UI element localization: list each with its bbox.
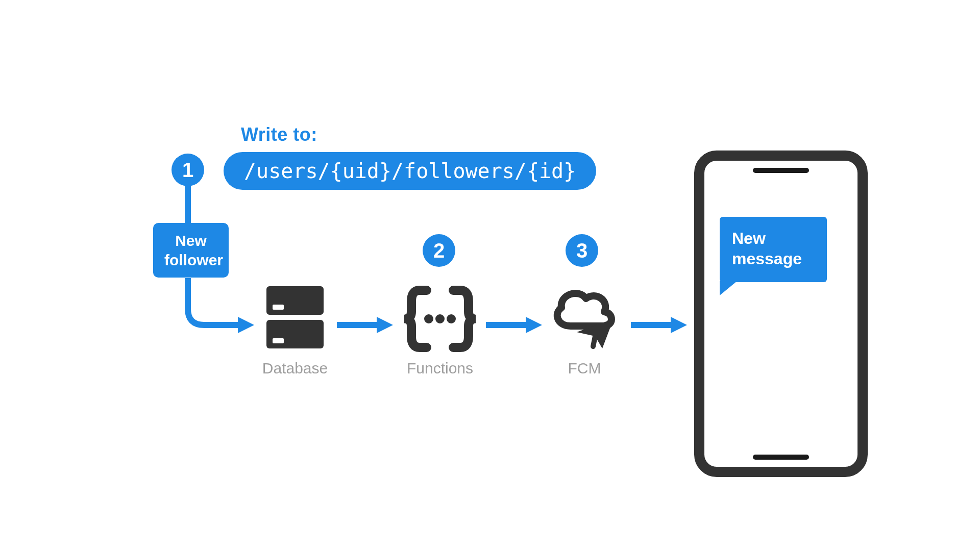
notification-bubble: New message — [720, 217, 827, 282]
new-follower-line2: follower — [164, 252, 223, 268]
fcm-icon — [547, 283, 624, 355]
new-follower-badge: New follower — [153, 223, 229, 278]
svg-rect-6 — [337, 322, 377, 328]
svg-rect-4 — [266, 320, 324, 348]
step-2-badge: 2 — [423, 234, 455, 267]
svg-rect-11 — [486, 322, 526, 328]
svg-point-9 — [435, 314, 445, 323]
svg-rect-2 — [266, 286, 324, 315]
svg-marker-12 — [526, 317, 542, 333]
svg-rect-5 — [273, 338, 284, 343]
svg-rect-3 — [273, 305, 284, 310]
step-3-badge: 3 — [566, 234, 598, 267]
connector-line — [185, 185, 191, 225]
svg-marker-7 — [377, 317, 393, 333]
notification-line1: New — [732, 229, 766, 247]
new-follower-line1: New — [175, 232, 207, 249]
database-icon — [264, 284, 326, 350]
svg-rect-13 — [631, 322, 671, 328]
phone-device-icon: New message — [694, 151, 868, 477]
write-to-label: Write to: — [241, 124, 317, 145]
functions-label: Functions — [399, 360, 481, 377]
database-path: /users/{uid}/followers/{id} — [224, 152, 596, 190]
fcm-label: FCM — [546, 360, 623, 377]
database-label: Database — [254, 360, 336, 377]
step-1-badge: 1 — [172, 154, 204, 186]
arrow-curve-icon — [183, 278, 254, 339]
functions-icon — [404, 283, 476, 355]
arrow-right-icon — [337, 317, 393, 333]
svg-rect-0 — [185, 185, 191, 225]
svg-point-10 — [447, 314, 456, 323]
svg-marker-1 — [238, 317, 254, 333]
svg-marker-14 — [671, 317, 687, 333]
architecture-diagram: Write to: /users/{uid}/followers/{id} 1 … — [122, 69, 857, 482]
svg-point-8 — [424, 314, 433, 323]
notification-line2: message — [732, 249, 802, 268]
arrow-right-icon — [486, 317, 542, 333]
arrow-right-icon — [631, 317, 687, 333]
